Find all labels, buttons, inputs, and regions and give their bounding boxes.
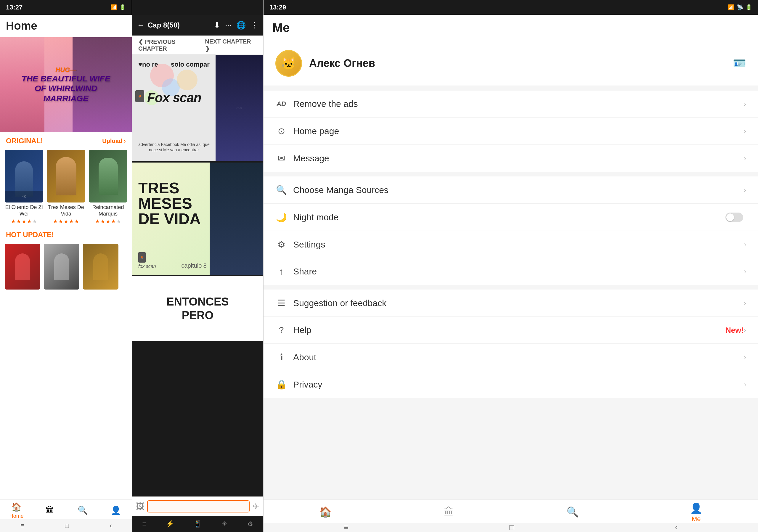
nav-profile[interactable]: 👤 [99,505,132,516]
settings-icon: ⚙ [275,239,287,249]
night-mode-toggle[interactable] [725,213,743,222]
me-nav-home[interactable]: 🏠 [263,506,387,519]
home-status-bar: 13:27 📶 🔋 [0,0,132,15]
nav-search[interactable]: 🔍 [66,505,99,516]
me-title: Me [272,21,749,35]
me-manga-sources-item[interactable]: 🔍 Choose Manga Sources › [263,177,758,204]
me-bottom-nav: 🏠 🏛 🔍 👤 Me ≡ □ ‹ [263,499,758,532]
me-homepage-item[interactable]: ⊙ Home page › [263,117,758,145]
manga-page-1: ♥no re solo compar char 🦊 Fox scan adver… [132,55,263,161]
me-share-item[interactable]: ↑ Share › [263,258,758,285]
reader-comment-input[interactable] [147,500,250,513]
me-status-bar: 13:29 📶 📡 🔋 [263,0,758,15]
suggestion-label: Suggestion or feedback [293,298,744,308]
manga-item-1[interactable]: 4K El Cuento De Zi Wei ★ ★ ★ ★ ★ [5,150,43,225]
star-icon: ★ [69,218,74,225]
reader-download-icon[interactable]: ⬇ [214,21,220,30]
privacy-icon: 🔒 [275,379,287,390]
reader-back-button[interactable]: ← [137,21,144,29]
home-panel: 13:27 📶 🔋 Home HUG— THE BEAUTIFUL WIFEOF… [0,0,132,532]
reader-send-button[interactable]: ✈ [253,502,259,511]
manga-pages[interactable]: ♥no re solo compar char 🦊 Fox scan adver… [132,55,263,496]
remove-ads-arrow: › [744,100,746,108]
prev-chapter-btn[interactable]: ❮ PREVIOUS CHAPTER [138,38,205,52]
upload-label: Upload [102,138,122,145]
me-suggestion-item[interactable]: ☰ Suggestion or feedback › [263,289,758,317]
profile-nav-icon: 👤 [111,505,121,515]
me-night-mode-item[interactable]: 🌙 Night mode [263,204,758,231]
me-about-item[interactable]: ℹ About › [263,344,758,371]
me-nav-library[interactable]: 🏛 [387,506,511,519]
manga-title-3: ReincarnatedMarquis [89,204,127,217]
manga-stars-1: ★ ★ ★ ★ ★ [5,218,43,225]
hot-cover-3[interactable] [83,244,119,289]
upload-link[interactable]: Upload › [102,137,126,145]
reader-status-bar [132,0,263,15]
sys-menu-btn[interactable]: ≡ [20,522,24,530]
home-battery: 🔋 [119,4,126,11]
reader-globe-icon[interactable]: 🌐 [236,21,246,30]
message-arrow: › [744,154,746,162]
nav-home[interactable]: 🏠 Home [0,502,33,519]
star-icon: ★ [32,218,37,225]
me-menu-section-2: 🔍 Choose Manga Sources › 🌙 Night mode ⚙ … [263,177,758,285]
me-help-item[interactable]: ? Help New! › [263,317,758,344]
me-nav-me[interactable]: 👤 Me [635,502,758,523]
home-banner[interactable]: HUG— THE BEAUTIFUL WIFEOF WHIRLWINDMARRI… [0,37,132,132]
home-header: Home [0,15,132,37]
about-arrow: › [744,353,746,361]
star-icon: ★ [16,218,21,225]
me-search-icon: 🔍 [567,506,579,518]
reader-sys-reader[interactable]: 📱 [194,520,202,528]
me-profile[interactable]: 🐱 Алекс Огнев 🪪 [263,41,758,86]
sys-home-btn[interactable]: □ [65,522,69,530]
next-chapter-btn[interactable]: NEXT CHAPTER ❯ [205,38,257,52]
reader-more-icon[interactable]: ⋮ [251,21,258,30]
me-sys-bar: ≡ □ ‹ [263,523,758,532]
reader-menu-icon[interactable]: ··· [225,21,231,30]
reader-chapter-title: Cap 8(50) [148,21,210,29]
reader-bottom-input: 🖼 ✈ [132,496,263,516]
hot-cover-1[interactable] [5,244,40,289]
hot-cover-2[interactable] [44,244,79,289]
me-message-item[interactable]: ✉ Message › [263,145,758,172]
manga-title-2: Tres Meses De Vida [47,204,85,217]
star-icon: ★ [58,218,63,225]
night-mode-label: Night mode [293,212,725,222]
toggle-knob [726,214,734,221]
me-menu-section-1: AD Remove the ads › ⊙ Home page › ✉ Mess… [263,90,758,172]
me-sys-menu[interactable]: ≡ [344,523,349,532]
me-home-icon: 🏠 [319,506,331,518]
homepage-arrow: › [744,127,746,135]
me-settings-item[interactable]: ⚙ Settings › [263,231,758,258]
reader-image-icon[interactable]: 🖼 [136,502,144,511]
me-sys-back[interactable]: ‹ [675,523,678,532]
nav-library[interactable]: 🏛 [33,505,66,516]
manga-item-2[interactable]: Tres Meses De Vida ★ ★ ★ ★ ★ [47,150,85,225]
me-sys-home[interactable]: □ [509,523,514,532]
me-header: Me [263,15,758,41]
avatar: 🐱 [275,50,302,77]
reader-sys-settings[interactable]: ⚙ [247,520,253,528]
settings-label: Settings [293,240,744,249]
manga-stars-2: ★ ★ ★ ★ ★ [47,218,85,225]
settings-arrow: › [744,240,746,249]
me-privacy-item[interactable]: 🔒 Privacy › [263,371,758,398]
home-battery-icon: 📶 [111,4,117,11]
about-label: About [293,352,744,362]
manga-item-3[interactable]: ReincarnatedMarquis ★ ★ ★ ★ ★ [89,150,127,225]
me-nav-search[interactable]: 🔍 [511,506,635,519]
me-battery-icon: 🔋 [745,4,752,11]
help-arrow: › [744,326,746,334]
share-icon: ↑ [275,266,287,277]
me-wifi-icon: 📡 [737,4,743,11]
me-remove-ads-item[interactable]: AD Remove the ads › [263,90,758,117]
reader-sys-chapters[interactable]: ⚡ [166,520,174,528]
manga-page-3: ENTONCESPERO [132,276,263,341]
sys-back-btn[interactable]: ‹ [110,522,112,530]
reader-sys-menu[interactable]: ≡ [142,520,146,528]
help-new-badge: New! [725,326,744,335]
reader-sys-brightness[interactable]: ☀ [222,520,227,528]
share-label: Share [293,266,744,277]
me-profile-card-icon[interactable]: 🪪 [733,57,746,70]
